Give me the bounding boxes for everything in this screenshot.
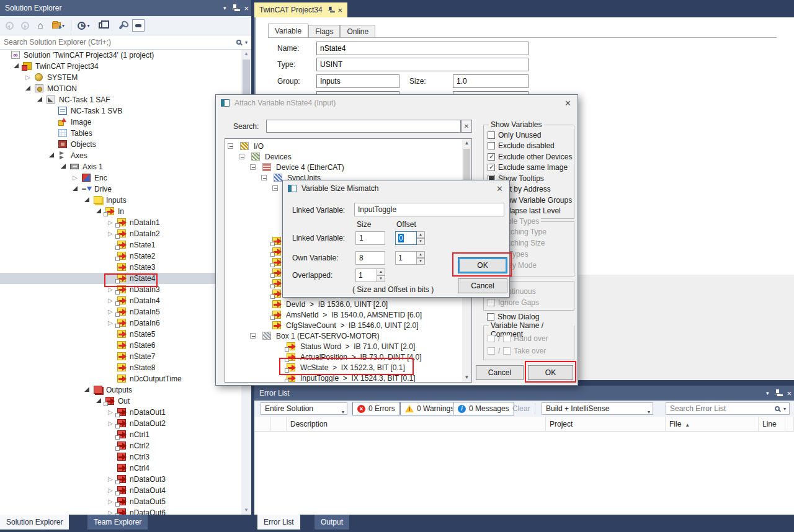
dialog-tree-item[interactable]: Devices xyxy=(225,152,471,162)
expander-open-icon[interactable] xyxy=(37,97,42,102)
expander-closed-icon[interactable]: ▷ xyxy=(108,420,113,427)
dialog-tree-item[interactable]: CfgSlaveCount > IB 1546.0, UINT [2.0] xyxy=(225,321,471,330)
mismatch-dialog-titlebar[interactable]: Variable Size Mismatch xyxy=(283,180,509,197)
tree-item[interactable]: TwinCAT Project34 xyxy=(0,61,241,72)
tree-item[interactable]: ▷nDataIn2 xyxy=(0,228,241,239)
spin-up-icon[interactable]: ▲ xyxy=(377,268,385,275)
bottom-tab-error-list[interactable]: Error List xyxy=(257,515,300,530)
mismatch-cancel-button[interactable]: Cancel xyxy=(458,278,507,293)
dialog-tree-item[interactable]: I/O xyxy=(225,141,471,151)
tree-item[interactable]: nState8 xyxy=(0,362,241,373)
dialog-tree-item[interactable]: Status Word > IB 71.0, UINT [2.0] xyxy=(225,342,471,352)
overlapped-spinner[interactable]: 1 ▲▼ xyxy=(355,268,385,282)
bottom-tab-output[interactable]: Output xyxy=(314,515,349,530)
tree-item[interactable]: Image xyxy=(0,117,241,128)
tree-item[interactable]: MOTION xyxy=(0,83,241,94)
close-icon[interactable]: ✕ xyxy=(496,184,503,193)
tree-item[interactable]: Drive xyxy=(0,184,241,195)
search-input[interactable] xyxy=(0,37,236,47)
tree-item[interactable]: Objects xyxy=(0,139,241,150)
tree-item[interactable]: ▷nDataOut3 xyxy=(0,474,241,485)
expander-open-icon[interactable] xyxy=(84,197,89,202)
bottom-tab-solution-explorer[interactable]: Solution Explorer xyxy=(0,515,69,530)
clear-button[interactable]: Clear xyxy=(512,404,530,413)
column-header[interactable] xyxy=(785,417,794,432)
home-icon[interactable]: ⌂ xyxy=(35,20,46,31)
properties-wrench-icon[interactable] xyxy=(117,20,128,31)
tab-online[interactable]: Online xyxy=(340,25,375,37)
bottom-tab-team-explorer[interactable]: Team Explorer xyxy=(87,515,148,530)
spin-down-icon[interactable]: ▼ xyxy=(417,258,425,265)
tree-item[interactable]: nState6 xyxy=(0,340,241,351)
tree-item[interactable]: Axis 1 xyxy=(0,161,241,172)
expander-closed-icon[interactable]: ▷ xyxy=(108,219,113,226)
checkbox-item[interactable]: Exclude disabled xyxy=(488,141,555,151)
expander-closed-icon[interactable]: ▷ xyxy=(108,231,113,237)
build-filter-dropdown[interactable]: Build + IntelliSense▾ xyxy=(542,402,653,415)
expander-closed-icon[interactable]: ▷ xyxy=(108,499,113,505)
switch-views-icon[interactable]: ▾ xyxy=(50,20,66,31)
column-header-project[interactable]: Project xyxy=(546,417,666,432)
tree-item[interactable]: ▷Enc xyxy=(0,172,241,184)
column-header-line[interactable]: Line xyxy=(759,417,785,432)
window-position-icon[interactable]: ▾ xyxy=(223,0,226,16)
dialog-tree-item[interactable]: Box 1 (ECAT-SERVO-MOTOR) xyxy=(225,331,471,341)
tree-item[interactable]: Axes xyxy=(0,150,241,161)
expander-closed-icon[interactable]: ▷ xyxy=(73,175,78,181)
expander-closed-icon[interactable]: ▷ xyxy=(108,298,113,304)
own-offset-spinner[interactable]: 1 ▲▼ xyxy=(395,251,425,265)
tree-item[interactable]: nCtrl4 xyxy=(0,463,241,474)
clear-search-icon[interactable]: ✕ xyxy=(461,120,472,133)
expander-open-icon[interactable] xyxy=(49,153,54,157)
expander-closed-icon[interactable]: ▷ xyxy=(108,409,113,415)
tree-item[interactable]: nState2 xyxy=(0,250,241,262)
expander-minus-icon[interactable] xyxy=(261,175,267,180)
name-field[interactable]: nState4 xyxy=(316,42,529,55)
expander-open-icon[interactable] xyxy=(25,86,30,91)
checkbox-item[interactable]: Exclude same Image xyxy=(488,163,568,172)
checkbox-item[interactable]: Exclude other Devices xyxy=(488,152,572,161)
column-header-description[interactable]: Description xyxy=(287,417,546,432)
tree-item[interactable]: ∞Solution 'TwinCAT Project34' (1 project… xyxy=(0,50,241,61)
expander-open-icon[interactable] xyxy=(61,164,66,169)
expander-closed-icon[interactable]: ▷ xyxy=(108,286,113,293)
tree-item[interactable]: nState1 xyxy=(0,239,241,250)
tree-item[interactable]: ▷nDataOut2 xyxy=(0,418,241,429)
dialog-tree-item[interactable]: State > IB 1548.0, UINT [2.0] xyxy=(225,382,471,383)
checkbox-item[interactable]: Only Unused xyxy=(488,130,541,140)
show-dialog-checkbox[interactable]: Show Dialog xyxy=(487,312,539,321)
error-search-input[interactable] xyxy=(666,404,775,414)
spin-down-icon[interactable]: ▼ xyxy=(417,238,425,245)
checkbox-icon[interactable] xyxy=(488,142,495,149)
expander-minus-icon[interactable] xyxy=(272,185,278,191)
expander-minus-icon[interactable] xyxy=(250,333,256,339)
column-header-file[interactable]: File▲ xyxy=(666,417,759,432)
preview-selected-items-icon[interactable] xyxy=(132,19,145,32)
expander-open-icon[interactable] xyxy=(84,387,89,392)
tree-item[interactable]: nCtrl3 xyxy=(0,451,241,463)
document-tab[interactable]: TwinCAT Project34 × xyxy=(254,2,347,17)
expander-minus-icon[interactable] xyxy=(228,143,233,149)
tree-item[interactable]: nCtrl1 xyxy=(0,429,241,440)
tree-item[interactable]: ▷SYSTEM xyxy=(0,72,241,83)
tree-item[interactable]: nState3 xyxy=(0,262,241,273)
search-options-caret-icon[interactable]: ▾ xyxy=(783,406,786,412)
forward-icon[interactable] xyxy=(19,20,30,31)
tree-item[interactable]: ▷nDataIn4 xyxy=(0,295,241,306)
checkbox-icon[interactable] xyxy=(488,153,495,161)
expander-open-icon[interactable] xyxy=(96,208,101,213)
search-icon[interactable] xyxy=(775,406,780,411)
pending-changes-icon[interactable]: ▾ xyxy=(76,20,92,31)
attach-cancel-button[interactable]: Cancel xyxy=(476,365,524,380)
warnings-filter-button[interactable]: 0 Warnings xyxy=(400,402,459,415)
tree-item[interactable]: NC-Task 1 SAF xyxy=(0,94,241,105)
close-icon[interactable]: × xyxy=(787,389,792,397)
attach-dialog-titlebar[interactable]: Attach Variable nState4 (Input) xyxy=(216,95,578,111)
expander-closed-icon[interactable]: ▷ xyxy=(25,74,30,81)
tree-item[interactable]: Tables xyxy=(0,128,241,139)
linked-offset-spinner[interactable]: 0 ▲▼ xyxy=(395,231,425,245)
pin-icon[interactable] xyxy=(232,4,238,12)
dialog-tree-item[interactable]: AmsNetId > IB 1540.0, AMSNETID [6.0] xyxy=(225,310,471,320)
pin-icon[interactable] xyxy=(775,389,780,397)
expander-open-icon[interactable] xyxy=(14,63,19,68)
